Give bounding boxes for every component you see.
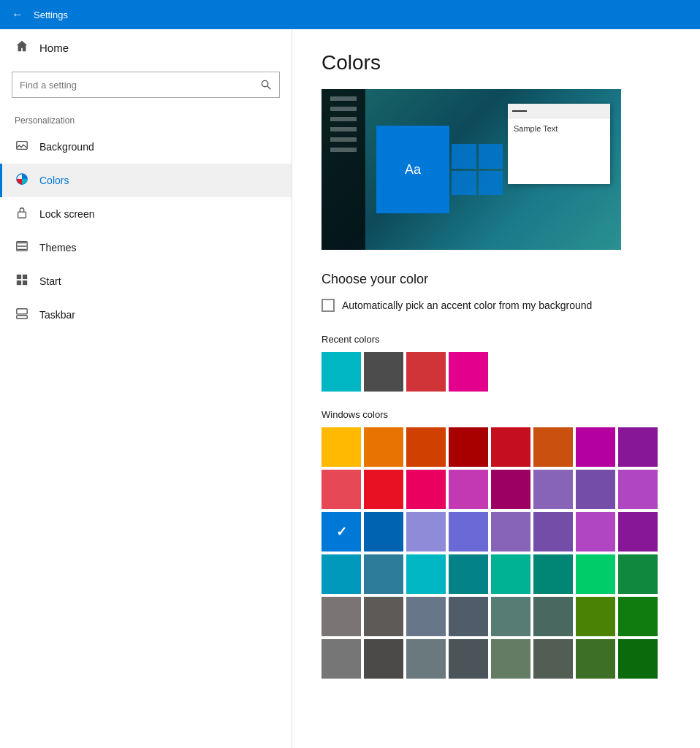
windows-color-swatch[interactable] (364, 554, 403, 594)
svg-rect-4 (18, 212, 26, 218)
preview-taskbar (322, 89, 365, 250)
windows-color-swatch[interactable] (322, 512, 361, 552)
svg-rect-10 (17, 316, 27, 319)
windows-color-swatch[interactable] (406, 554, 446, 594)
recent-colors-title: Recent colors (322, 334, 671, 345)
recent-color-swatch[interactable] (449, 352, 488, 392)
windows-color-swatch[interactable] (618, 639, 658, 679)
windows-color-swatch[interactable] (491, 597, 530, 636)
preview-tile-aa: Aa (405, 162, 421, 178)
sidebar-item-themes[interactable]: Themes (0, 231, 292, 264)
windows-color-swatch[interactable] (533, 427, 573, 467)
preview-window-content: Sample Text (508, 118, 610, 139)
sidebar-item-start[interactable]: Start (0, 264, 292, 298)
windows-color-swatch[interactable] (618, 554, 658, 594)
windows-color-swatch[interactable] (576, 554, 615, 594)
windows-color-swatch[interactable] (364, 427, 403, 467)
windows-color-swatch[interactable] (449, 597, 488, 636)
colors-label: Colors (39, 175, 69, 186)
windows-color-swatch[interactable] (322, 639, 361, 679)
windows-color-swatch[interactable] (576, 512, 615, 552)
windows-color-swatch[interactable] (449, 639, 488, 679)
windows-color-swatch[interactable] (618, 427, 658, 467)
colors-icon (15, 172, 29, 188)
windows-color-swatch[interactable] (364, 470, 403, 509)
windows-color-swatch[interactable] (364, 597, 403, 636)
search-container (0, 66, 292, 110)
windows-color-swatch[interactable] (406, 427, 446, 467)
preview-taskbar-item (330, 148, 357, 152)
windows-color-swatch[interactable] (576, 639, 615, 679)
windows-color-swatch[interactable] (576, 597, 615, 636)
preview-taskbar-item (330, 117, 357, 121)
windows-color-swatch[interactable] (406, 639, 446, 679)
auto-pick-checkbox[interactable] (322, 299, 335, 312)
background-icon (15, 139, 29, 155)
color-preview: Aa Sample Text (322, 89, 621, 250)
start-icon (15, 273, 29, 289)
svg-line-1 (267, 86, 270, 89)
svg-rect-7 (23, 275, 27, 279)
titlebar: ← Settings (0, 0, 700, 29)
sidebar-item-background[interactable]: Background (0, 130, 292, 164)
svg-rect-2 (17, 142, 27, 150)
back-button[interactable]: ← (9, 6, 26, 23)
windows-color-swatch[interactable] (364, 639, 403, 679)
search-box (12, 72, 280, 98)
home-icon (15, 39, 29, 56)
choose-color-title: Choose your color (322, 272, 671, 287)
windows-color-swatch[interactable] (576, 427, 615, 467)
windows-color-swatch[interactable] (618, 512, 658, 552)
auto-pick-label: Automatically pick an accent color from … (342, 299, 592, 311)
svg-rect-9 (23, 280, 27, 285)
sidebar: Home Personalization (0, 29, 292, 748)
auto-pick-row: Automatically pick an accent color from … (322, 299, 671, 312)
windows-color-swatch[interactable] (322, 470, 361, 509)
windows-color-swatch[interactable] (322, 597, 361, 636)
windows-color-swatch[interactable] (406, 512, 446, 552)
windows-color-swatch[interactable] (533, 554, 573, 594)
windows-color-swatch[interactable] (449, 554, 488, 594)
windows-color-swatch[interactable] (576, 470, 615, 509)
windows-color-swatch[interactable] (618, 597, 658, 636)
windows-color-swatch[interactable] (449, 427, 488, 467)
windows-color-swatch[interactable] (533, 470, 573, 509)
themes-icon (15, 240, 29, 256)
sidebar-item-lockscreen[interactable]: Lock screen (0, 197, 292, 231)
sidebar-item-colors[interactable]: Colors (0, 164, 292, 197)
windows-color-swatch[interactable] (449, 470, 488, 509)
windows-color-swatch[interactable] (491, 639, 530, 679)
windows-color-swatch[interactable] (491, 427, 530, 467)
sidebar-item-taskbar[interactable]: Taskbar (0, 298, 292, 332)
windows-color-swatch[interactable] (533, 512, 573, 552)
page-title: Colors (322, 51, 671, 75)
recent-color-swatch[interactable] (322, 352, 361, 392)
sidebar-item-home[interactable]: Home (0, 29, 292, 66)
lockscreen-label: Lock screen (39, 208, 94, 220)
windows-color-swatch[interactable] (406, 470, 446, 509)
windows-color-swatch[interactable] (491, 470, 530, 509)
windows-color-swatch[interactable] (322, 554, 361, 594)
svg-rect-11 (17, 309, 27, 314)
windows-color-swatch[interactable] (322, 427, 361, 467)
windows-color-swatch[interactable] (618, 470, 658, 509)
preview-mini-tiles (452, 144, 503, 195)
recent-color-swatch[interactable] (364, 352, 403, 392)
svg-rect-6 (17, 275, 21, 279)
preview-start-tile: Aa (376, 126, 449, 213)
windows-color-swatch[interactable] (533, 639, 573, 679)
preview-mini-tile (452, 144, 476, 169)
taskbar-label: Taskbar (39, 309, 75, 321)
search-input[interactable] (12, 80, 253, 91)
background-label: Background (39, 141, 94, 153)
preview-window-line (512, 110, 527, 112)
search-icon-button[interactable] (253, 72, 279, 98)
windows-color-swatch[interactable] (533, 597, 573, 636)
preview-taskbar-item (330, 127, 357, 131)
windows-color-swatch[interactable] (364, 512, 403, 552)
windows-color-swatch[interactable] (491, 554, 530, 594)
windows-color-swatch[interactable] (449, 512, 488, 552)
windows-color-swatch[interactable] (406, 597, 446, 636)
windows-color-swatch[interactable] (491, 512, 530, 552)
recent-color-swatch[interactable] (406, 352, 446, 392)
